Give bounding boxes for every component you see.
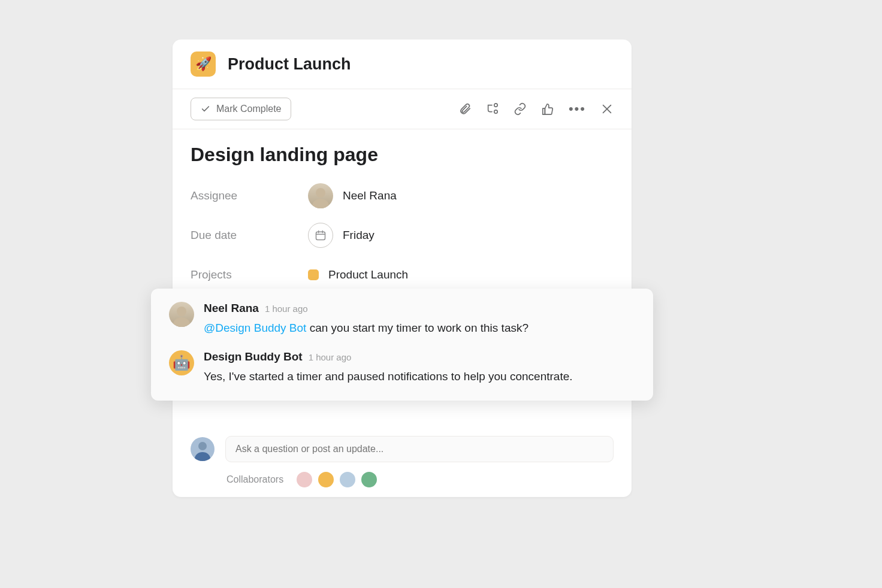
comment-body: Yes, I've started a timer and paused not… bbox=[204, 368, 573, 386]
svg-point-0 bbox=[494, 104, 498, 107]
collaborators-row: Collaborators bbox=[173, 471, 632, 489]
comment-time: 1 hour ago bbox=[309, 352, 352, 362]
comments-panel: Neel Rana 1 hour ago @Design Buddy Bot c… bbox=[151, 289, 653, 401]
svg-point-5 bbox=[312, 199, 329, 208]
svg-point-1 bbox=[494, 110, 498, 114]
svg-point-13 bbox=[173, 317, 190, 327]
collaborators-label: Collaborators bbox=[226, 474, 283, 485]
due-date-value: Friday bbox=[343, 229, 374, 242]
project-chip-icon bbox=[308, 269, 319, 280]
projects-field[interactable]: Projects Product Launch bbox=[191, 259, 614, 290]
rocket-icon: 🚀 bbox=[195, 56, 212, 72]
collaborator-avatar[interactable] bbox=[317, 471, 335, 489]
project-icon: 🚀 bbox=[191, 51, 216, 77]
subtask-icon[interactable] bbox=[486, 102, 499, 116]
current-user-avatar bbox=[191, 437, 215, 461]
collaborator-avatars[interactable] bbox=[295, 471, 378, 489]
comment-author: Design Buddy Bot bbox=[204, 350, 303, 363]
task-detail-card: 🚀 Product Launch Mark Complete ••• Desig… bbox=[173, 40, 632, 497]
project-title: Product Launch bbox=[228, 55, 351, 74]
collaborator-avatar[interactable] bbox=[339, 471, 357, 489]
due-date-field[interactable]: Due date Friday bbox=[191, 220, 614, 251]
mark-complete-label: Mark Complete bbox=[216, 104, 281, 114]
assignee-name: Neel Rana bbox=[343, 189, 397, 202]
comment-input-row bbox=[173, 436, 632, 462]
calendar-icon bbox=[308, 223, 333, 248]
toolbar-actions: ••• bbox=[458, 102, 614, 116]
comment: Neel Rana 1 hour ago @Design Buddy Bot c… bbox=[169, 302, 635, 337]
assignee-label: Assignee bbox=[191, 189, 308, 202]
project-header: 🚀 Product Launch bbox=[173, 40, 632, 89]
comment-author: Neel Rana bbox=[204, 302, 259, 315]
comment-text: can you start my timer to work on this t… bbox=[306, 322, 528, 334]
check-icon bbox=[201, 104, 210, 114]
comment: 🤖 Design Buddy Bot 1 hour ago Yes, I've … bbox=[169, 350, 635, 386]
svg-point-4 bbox=[316, 188, 325, 198]
more-icon[interactable]: ••• bbox=[569, 102, 586, 116]
svg-point-12 bbox=[177, 307, 186, 316]
collaborator-avatar[interactable] bbox=[360, 471, 378, 489]
collaborator-avatar[interactable] bbox=[295, 471, 313, 489]
projects-label: Projects bbox=[191, 268, 308, 281]
like-icon[interactable] bbox=[541, 102, 554, 116]
svg-point-10 bbox=[198, 442, 207, 450]
assignee-field[interactable]: Assignee Neel Rana bbox=[191, 180, 614, 211]
attachment-icon[interactable] bbox=[458, 102, 472, 116]
mark-complete-button[interactable]: Mark Complete bbox=[191, 98, 291, 120]
comment-author-avatar bbox=[169, 302, 194, 327]
link-icon[interactable] bbox=[514, 102, 527, 116]
projects-value: Product Launch bbox=[328, 268, 408, 281]
task-toolbar: Mark Complete ••• bbox=[173, 89, 632, 129]
assignee-avatar bbox=[308, 183, 333, 208]
task-title[interactable]: Design landing page bbox=[191, 144, 614, 166]
svg-rect-6 bbox=[316, 232, 325, 240]
comment-input[interactable] bbox=[225, 436, 614, 462]
close-icon[interactable] bbox=[600, 102, 614, 116]
comment-author-avatar: 🤖 bbox=[169, 350, 194, 375]
comment-body: @Design Buddy Bot can you start my timer… bbox=[204, 320, 528, 337]
mention[interactable]: @Design Buddy Bot bbox=[204, 322, 306, 334]
due-date-label: Due date bbox=[191, 229, 308, 242]
comment-time: 1 hour ago bbox=[265, 304, 308, 314]
svg-point-11 bbox=[195, 452, 210, 461]
